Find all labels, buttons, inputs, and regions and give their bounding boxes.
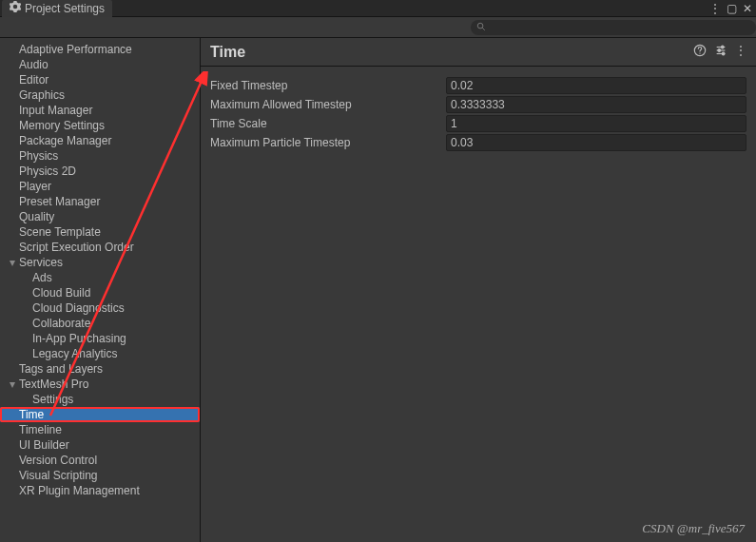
gear-icon xyxy=(10,1,21,15)
sidebar-item-label: Version Control xyxy=(19,454,97,467)
property-row: Maximum Allowed Timestep0.3333333 xyxy=(210,95,746,114)
property-row: Time Scale1 xyxy=(210,114,746,133)
sidebar-item-label: Package Manager xyxy=(19,134,111,147)
sidebar-item-label: Input Manager xyxy=(19,104,92,117)
property-label: Time Scale xyxy=(210,117,446,130)
sidebar-item-adaptive-performance[interactable]: Adaptive Performance xyxy=(0,42,200,57)
sidebar-item-label: Legacy Analytics xyxy=(32,347,117,360)
search-icon xyxy=(476,21,486,34)
sidebar-item-label: Quality xyxy=(19,210,54,223)
sidebar-item-physics[interactable]: Physics xyxy=(0,148,200,164)
sidebar-item-textmesh-pro[interactable]: TextMesh Pro xyxy=(0,377,200,392)
sidebar-item-in-app-purchasing[interactable]: In-App Purchasing xyxy=(0,331,200,346)
property-field[interactable]: 0.3333333 xyxy=(446,96,746,113)
sidebar-item-label: UI Builder xyxy=(19,438,69,452)
tab-bar: Project Settings ⋮ ▢ ✕ xyxy=(0,0,756,17)
search-input[interactable] xyxy=(471,20,756,35)
svg-point-3 xyxy=(699,52,700,53)
sidebar-item-input-manager[interactable]: Input Manager xyxy=(0,103,200,118)
sidebar-item-ui-builder[interactable]: UI Builder xyxy=(0,437,200,453)
sidebar-item-version-control[interactable]: Version Control xyxy=(0,453,200,468)
maximize-icon[interactable]: ▢ xyxy=(727,2,737,15)
panel-header: Time ⋮ xyxy=(201,38,756,67)
help-icon[interactable] xyxy=(693,44,707,60)
property-field[interactable]: 0.03 xyxy=(446,134,746,151)
sidebar-item-preset-manager[interactable]: Preset Manager xyxy=(0,194,200,209)
sidebar-item-timeline[interactable]: Timeline xyxy=(0,422,200,437)
sidebar-item-label: Physics 2D xyxy=(19,165,76,178)
sidebar-item-xr-plugin-management[interactable]: XR Plugin Management xyxy=(0,483,200,498)
sidebar-item-services[interactable]: Services xyxy=(0,255,200,270)
sidebar-item-label: Scene Template xyxy=(19,225,101,239)
tab-title: Project Settings xyxy=(25,2,105,15)
sidebar-item-label: XR Plugin Management xyxy=(19,484,140,497)
property-label: Fixed Timestep xyxy=(210,79,446,92)
sidebar-item-label: Timeline xyxy=(19,423,62,436)
expand-arrow-icon xyxy=(8,379,17,389)
more-icon[interactable]: ⋮ xyxy=(709,2,721,15)
sidebar-item-player[interactable]: Player xyxy=(0,179,200,194)
sidebar-item-label: TextMesh Pro xyxy=(19,377,88,391)
preset-icon[interactable] xyxy=(714,44,727,60)
sidebar-item-label: Memory Settings xyxy=(19,119,105,132)
sidebar-item-label: Editor xyxy=(19,73,48,87)
menu-icon[interactable]: ⋮ xyxy=(735,44,746,60)
sidebar-item-audio[interactable]: Audio xyxy=(0,57,200,72)
sidebar-item-physics-2d[interactable]: Physics 2D xyxy=(0,164,200,179)
sidebar-item-label: Adaptive Performance xyxy=(19,43,132,56)
sidebar-item-label: In-App Purchasing xyxy=(32,332,126,345)
property-row: Maximum Particle Timestep0.03 xyxy=(210,133,746,152)
main-panel: Time ⋮ Fixed Timestep0.02Maximum Allowed… xyxy=(201,38,756,542)
sidebar-item-cloud-diagnostics[interactable]: Cloud Diagnostics xyxy=(0,300,200,316)
sidebar-item-label: Player xyxy=(19,180,51,193)
svg-point-8 xyxy=(718,49,721,52)
properties-list: Fixed Timestep0.02Maximum Allowed Timest… xyxy=(201,67,756,162)
sidebar-item-time[interactable]: Time xyxy=(0,407,200,422)
sidebar-item-label: Settings xyxy=(32,393,73,406)
sidebar-item-memory-settings[interactable]: Memory Settings xyxy=(0,118,200,133)
sidebar-item-label: Audio xyxy=(19,58,48,71)
sidebar-item-label: Cloud Diagnostics xyxy=(32,301,125,315)
svg-line-1 xyxy=(482,28,485,30)
sidebar-item-settings[interactable]: Settings xyxy=(0,392,200,407)
sidebar-item-quality[interactable]: Quality xyxy=(0,209,200,224)
sidebar-item-label: Collaborate xyxy=(32,317,90,330)
sidebar-item-ads[interactable]: Ads xyxy=(0,270,200,285)
sidebar-item-graphics[interactable]: Graphics xyxy=(0,87,200,103)
sidebar-item-label: Physics xyxy=(19,149,58,163)
sidebar-item-script-execution-order[interactable]: Script Execution Order xyxy=(0,240,200,255)
svg-point-9 xyxy=(722,52,725,55)
property-field[interactable]: 1 xyxy=(446,115,746,132)
sidebar-item-scene-template[interactable]: Scene Template xyxy=(0,224,200,240)
sidebar-item-label: Tags and Layers xyxy=(19,362,103,376)
page-title: Time xyxy=(210,44,245,61)
sidebar-item-cloud-build[interactable]: Cloud Build xyxy=(0,285,200,300)
watermark: CSDN @mr_five567 xyxy=(642,521,745,536)
sidebar-item-label: Preset Manager xyxy=(19,195,100,208)
property-label: Maximum Particle Timestep xyxy=(210,136,446,149)
sidebar-item-legacy-analytics[interactable]: Legacy Analytics xyxy=(0,346,200,361)
expand-arrow-icon xyxy=(8,258,17,267)
property-field[interactable]: 0.02 xyxy=(446,77,746,94)
sidebar-item-label: Ads xyxy=(32,271,52,284)
sidebar-item-label: Graphics xyxy=(19,88,65,102)
svg-point-7 xyxy=(721,46,724,48)
close-icon[interactable]: ✕ xyxy=(743,2,752,15)
svg-point-0 xyxy=(477,23,483,29)
tab-project-settings[interactable]: Project Settings xyxy=(2,0,112,17)
sidebar-item-label: Script Execution Order xyxy=(19,241,134,254)
settings-sidebar: Adaptive PerformanceAudioEditorGraphicsI… xyxy=(0,38,201,542)
sidebar-item-label: Time xyxy=(19,408,44,421)
sidebar-item-visual-scripting[interactable]: Visual Scripting xyxy=(0,468,200,483)
sidebar-item-label: Cloud Build xyxy=(32,286,90,300)
sidebar-item-collaborate[interactable]: Collaborate xyxy=(0,316,200,331)
property-row: Fixed Timestep0.02 xyxy=(210,76,746,95)
sidebar-item-package-manager[interactable]: Package Manager xyxy=(0,133,200,148)
sidebar-item-label: Visual Scripting xyxy=(19,469,98,482)
sidebar-item-editor[interactable]: Editor xyxy=(0,72,200,87)
search-row xyxy=(0,17,756,38)
window-controls: ⋮ ▢ ✕ xyxy=(709,2,756,15)
property-label: Maximum Allowed Timestep xyxy=(210,98,446,111)
sidebar-item-label: Services xyxy=(19,256,63,269)
sidebar-item-tags-and-layers[interactable]: Tags and Layers xyxy=(0,361,200,377)
